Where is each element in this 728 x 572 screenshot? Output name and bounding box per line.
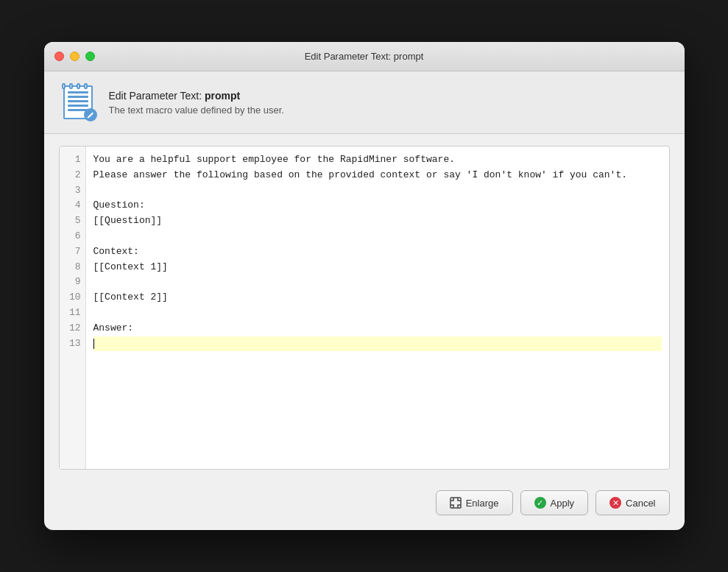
line-number: 11: [66, 306, 81, 321]
code-line: You are a helpful support employee for t…: [93, 152, 662, 168]
apply-button[interactable]: ✓ Apply: [520, 490, 589, 515]
code-content[interactable]: You are a helpful support employee for t…: [86, 146, 669, 469]
header-title: Edit Parameter Text: prompt: [109, 90, 284, 102]
line-number: 8: [66, 260, 81, 275]
line-number: 3: [66, 183, 81, 199]
traffic-lights: [54, 52, 95, 61]
parameter-icon: [59, 83, 97, 121]
enlarge-button[interactable]: Enlarge: [436, 490, 513, 515]
line-number: 2: [66, 168, 81, 183]
code-line: Context:: [93, 244, 662, 260]
header-section: Edit Parameter Text: prompt The text mac…: [44, 71, 685, 134]
code-line: Please answer the following based on the…: [93, 168, 662, 183]
line-number: 9: [66, 275, 81, 290]
footer-buttons: Enlarge ✓ Apply ✕ Cancel: [44, 481, 685, 530]
code-editor-container: 12345678910111213 You are a helpful supp…: [60, 146, 669, 469]
code-line: [[Context 1]]: [93, 260, 662, 275]
maximize-button[interactable]: [85, 52, 95, 61]
code-line: Answer:: [93, 321, 662, 336]
cancel-button[interactable]: ✕ Cancel: [596, 490, 669, 515]
title-bar: Edit Parameter Text: prompt: [44, 42, 685, 71]
line-number: 12: [66, 321, 81, 336]
line-number: 1: [66, 152, 81, 168]
line-number: 6: [66, 229, 81, 244]
dialog-window: Edit Parameter Text: prompt: [44, 42, 685, 530]
cancel-icon: ✕: [609, 497, 621, 509]
text-cursor: [93, 339, 94, 349]
text-editor[interactable]: 12345678910111213 You are a helpful supp…: [59, 146, 670, 470]
minimize-button[interactable]: [70, 52, 79, 61]
enlarge-icon: [450, 497, 462, 509]
apply-icon: ✓: [534, 497, 546, 509]
header-subtitle: The text macro value defined by the user…: [109, 105, 284, 116]
header-description: Edit Parameter Text: prompt The text mac…: [109, 90, 284, 116]
code-line: [[Question]]: [93, 213, 662, 229]
window-title: Edit Parameter Text: prompt: [305, 51, 424, 62]
line-number: 4: [66, 198, 81, 213]
line-number: 7: [66, 244, 81, 260]
line-number: 5: [66, 213, 81, 229]
code-line: Question:: [93, 198, 662, 213]
svg-rect-0: [450, 498, 461, 508]
code-line: [93, 229, 662, 244]
code-line: [93, 336, 662, 352]
line-number: 10: [66, 290, 81, 306]
code-line: [93, 183, 662, 199]
close-button[interactable]: [54, 52, 64, 61]
code-line: [[Context 2]]: [93, 290, 662, 306]
line-number: 13: [66, 336, 81, 352]
line-numbers: 12345678910111213: [60, 146, 86, 469]
code-line: [93, 306, 662, 321]
code-line: [93, 275, 662, 290]
